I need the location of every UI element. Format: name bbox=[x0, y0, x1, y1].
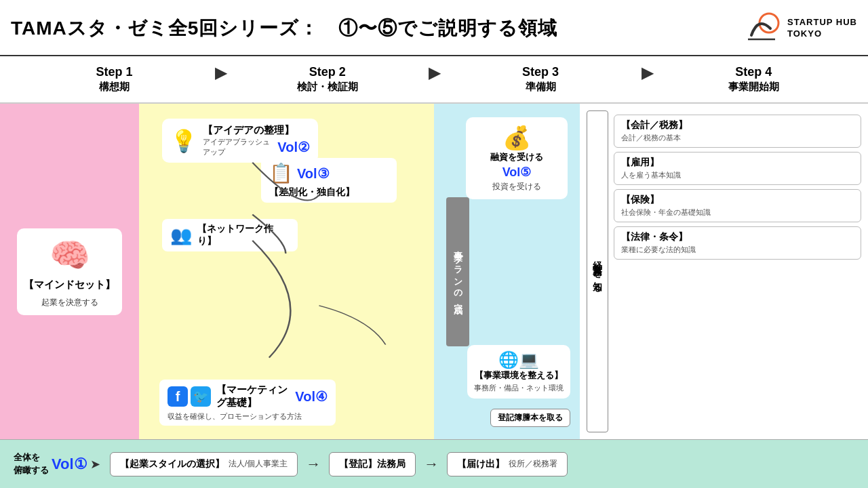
facebook-icon: f bbox=[167, 386, 188, 407]
idea-icon: 💡 bbox=[170, 128, 197, 154]
step4-item-3-sub: 業種に必要な法的知識 bbox=[621, 245, 854, 255]
step4-item-1: 【雇用】 人を雇う基本知識 bbox=[614, 152, 861, 185]
bottom-vol-area: 全体を 俯瞰する Vol① ➤ bbox=[14, 451, 102, 476]
overview-label: 全体を 俯瞰する bbox=[14, 451, 49, 476]
step4-item-2-title: 【保険】 bbox=[621, 194, 854, 206]
touki-box: 登記簿謄本を取る bbox=[490, 409, 570, 427]
marketing-icons: f 🐦 bbox=[167, 386, 211, 407]
diff-box: 📋 Vol③ 【差別化・独自化】 bbox=[261, 158, 397, 203]
network-box: 👥 【ネットワーク作り】 bbox=[162, 219, 298, 251]
header: TAMAスタ・ゼミ全5回シリーズ： ①〜⑤でご説明する領域 STARTUP HU… bbox=[0, 0, 868, 56]
todokede-label: 【届け出】 bbox=[457, 458, 505, 470]
step4-item-0-sub: 会計／税務の基本 bbox=[621, 133, 854, 143]
marketing-box: f 🐦 【マーケティング基礎】 Vol④ 収益を確保し、プロモーションする方法 bbox=[159, 380, 336, 426]
todokede-box: 【届け出】 役所／税務署 bbox=[447, 452, 568, 476]
step4-label: Step 4 bbox=[653, 65, 854, 79]
vol3-badge: Vol③ bbox=[297, 165, 330, 182]
step3-label: Step 3 bbox=[440, 65, 642, 79]
mindset-icon: 🧠 bbox=[50, 237, 90, 274]
marketing-row: f 🐦 【マーケティング基礎】 Vol④ bbox=[167, 384, 328, 409]
step3-inner-wrap: 💰 融資を受ける Vol⑤ 投資を受ける 事業プランの完成 🌐💻 【事業環境を整… bbox=[441, 110, 573, 432]
env-title: 【事業環境を整える】 bbox=[474, 369, 564, 382]
diff-section: 📋 Vol③ 【差別化・独自化】 bbox=[261, 151, 397, 203]
startup-style-sub: 法人/個人事業主 bbox=[229, 458, 288, 470]
bottom-arrow-2: → bbox=[424, 455, 439, 473]
steps-row: Step 1 構想期 ▶ Step 2 検討・検証期 ▶ Step 3 準備期 … bbox=[0, 56, 868, 104]
step4-item-0: 【会計／税務】 会計／税務の基本 bbox=[614, 115, 861, 148]
money-icon: 💰 bbox=[475, 124, 558, 151]
diff-title: 【差別化・独自化】 bbox=[269, 186, 355, 199]
mindset-label: 【マインドセット】 bbox=[24, 279, 115, 291]
marketing-section: f 🐦 【マーケティング基礎】 Vol④ 収益を確保し、プロモーションする方法 bbox=[159, 373, 336, 426]
touki-section: 登記簿謄本を取る bbox=[490, 402, 570, 427]
marketing-sub: 収益を確保し、プロモーションする方法 bbox=[167, 411, 328, 422]
funding-label: 融資を受ける bbox=[475, 151, 558, 163]
step-4: Step 4 事業開始期 bbox=[653, 65, 854, 94]
step3-sub: 準備期 bbox=[440, 81, 642, 94]
step4-item-1-title: 【雇用】 bbox=[621, 157, 854, 169]
step1-label: Step 1 bbox=[14, 65, 215, 79]
vol5-badge: Vol⑤ bbox=[502, 165, 532, 180]
mindset-sub: 起業を決意する bbox=[41, 297, 98, 308]
mindset-box: 🧠 【マインドセット】 起業を決意する bbox=[17, 228, 122, 315]
todokede-sub: 役所／税務署 bbox=[509, 458, 557, 470]
startup-hub-logo-icon bbox=[745, 9, 782, 47]
network-section: 👥 【ネットワーク作り】 bbox=[162, 199, 298, 251]
touki-box-bottom: 【登記】法務局 bbox=[329, 452, 416, 476]
arrow-3-4: ▶ bbox=[642, 64, 653, 82]
step2-wrapper: 💡 【アイデアの整理】 アイデアブラッシュアップ Vol② 👥 【ネットワーク作… bbox=[153, 110, 427, 432]
marketing-title: 【マーケティング基礎】 bbox=[216, 384, 290, 409]
network-icon: 👥 bbox=[170, 225, 192, 246]
step2-label: Step 2 bbox=[226, 65, 428, 79]
step-3: Step 3 準備期 bbox=[440, 65, 642, 94]
idea-title: 【アイデアの整理】 bbox=[203, 124, 310, 137]
step-2: Step 2 検討・検証期 bbox=[226, 65, 428, 94]
invest-label: 投資を受ける bbox=[475, 181, 558, 192]
arrow-1-2: ▶ bbox=[215, 64, 226, 82]
env-box: 🌐💻 【事業環境を整える】 事務所・備品・ネット環境 bbox=[467, 345, 570, 399]
bottom-row: 全体を 俯瞰する Vol① ➤ 【起業スタイルの選択】 法人/個人事業主 → 【… bbox=[0, 439, 868, 488]
main-content: 🧠 【マインドセット】 起業を決意する 💡 【アイデアの整理】 アイデアブラッシ… bbox=[0, 104, 868, 439]
step2-sub: 検討・検証期 bbox=[226, 81, 428, 94]
step4-item-3: 【法律・条令】 業種に必要な法的知識 bbox=[614, 226, 861, 260]
col-step1: 🧠 【マインドセット】 起業を決意する bbox=[0, 104, 139, 439]
env-sub: 事務所・備品・ネット環境 bbox=[474, 383, 564, 393]
step4-item-2: 【保険】 社会保険・年金の基礎知識 bbox=[614, 189, 861, 222]
col-step2: 💡 【アイデアの整理】 アイデアブラッシュアップ Vol② 👥 【ネットワーク作… bbox=[139, 104, 434, 439]
step1-sub: 構想期 bbox=[14, 81, 215, 94]
network-label: 【ネットワーク作り】 bbox=[197, 223, 290, 247]
arrow-2-3: ▶ bbox=[429, 64, 440, 82]
page-title: TAMAスタ・ゼミ全5回シリーズ： ①〜⑤でご説明する領域 bbox=[11, 16, 745, 41]
funding-box: 💰 融資を受ける Vol⑤ 投資を受ける bbox=[466, 117, 568, 199]
diff-row: 📋 Vol③ bbox=[269, 162, 330, 184]
step4-list: 【会計／税務】 会計／税務の基本 【雇用】 人を雇う基本知識 【保険】 社会保険… bbox=[614, 110, 861, 432]
keiei-bar: 経営実務を知る bbox=[587, 110, 608, 432]
step4-item-0-title: 【会計／税務】 bbox=[621, 119, 854, 131]
vol4-badge: Vol④ bbox=[295, 388, 328, 405]
step-1: Step 1 構想期 bbox=[14, 65, 215, 94]
col-step3: 💰 融資を受ける Vol⑤ 投資を受ける 事業プランの完成 🌐💻 【事業環境を整… bbox=[434, 104, 580, 439]
bizplan-bar: 事業プランの完成 bbox=[446, 197, 469, 346]
vol1-badge: Vol① bbox=[52, 455, 87, 473]
bottom-arrow-icon: ➤ bbox=[90, 457, 100, 472]
logo-text: STARTUP HUB TOKYO bbox=[787, 17, 857, 40]
step4-item-2-sub: 社会保険・年金の基礎知識 bbox=[621, 207, 854, 218]
step4-item-3-title: 【法律・条令】 bbox=[621, 231, 854, 243]
bottom-arrow-1: → bbox=[306, 455, 321, 473]
env-icons: 🌐💻 bbox=[474, 350, 564, 369]
touki-label-bottom: 【登記】法務局 bbox=[339, 458, 406, 470]
twitter-icon: 🐦 bbox=[191, 386, 211, 407]
startup-style-label: 【起業スタイルの選択】 bbox=[120, 458, 224, 470]
col-step4: 経営実務を知る 【会計／税務】 会計／税務の基本 【雇用】 人を雇う基本知識 【… bbox=[580, 104, 868, 439]
step4-sub: 事業開始期 bbox=[653, 81, 854, 94]
diff-icon: 📋 bbox=[269, 162, 293, 184]
step4-item-1-sub: 人を雇う基本知識 bbox=[621, 170, 854, 180]
startup-style-box: 【起業スタイルの選択】 法人/個人事業主 bbox=[110, 452, 298, 476]
logo-area: STARTUP HUB TOKYO bbox=[745, 9, 857, 47]
